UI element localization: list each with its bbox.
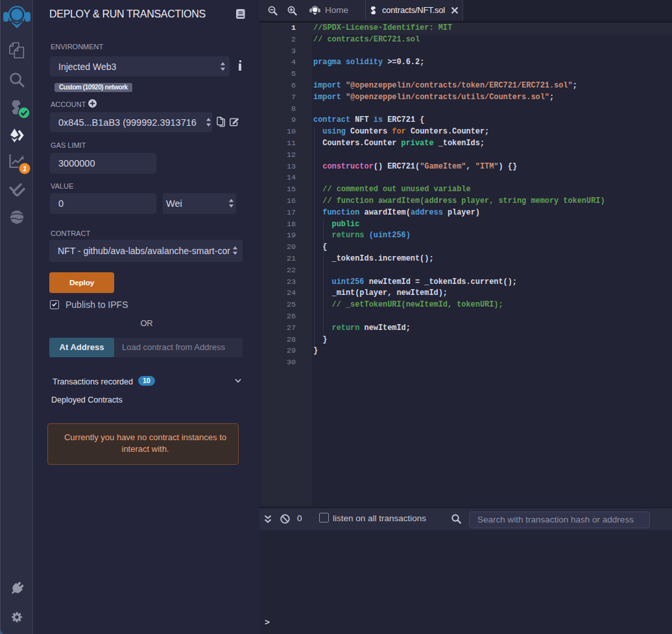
svg-text:1: 1 — [23, 165, 27, 172]
